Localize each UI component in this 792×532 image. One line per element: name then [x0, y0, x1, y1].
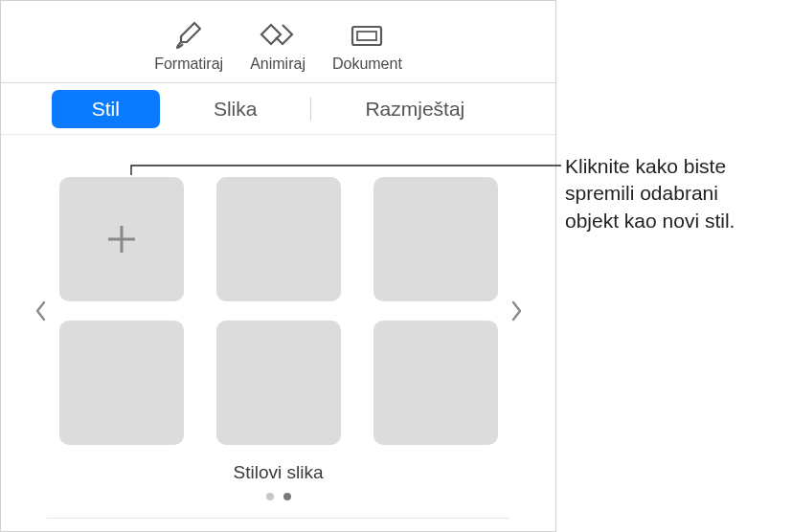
format-label: Formatiraj: [154, 55, 223, 73]
paintbrush-icon: [169, 18, 209, 53]
styles-grid: [59, 177, 498, 445]
tab-image[interactable]: Slika: [173, 90, 298, 128]
document-icon: [347, 18, 387, 53]
styles-grid-wrapper: [12, 177, 544, 445]
tab-bar: Stil Slika Razmještaj: [1, 83, 555, 135]
styles-caption: Stilovi slika: [12, 462, 544, 483]
plus-icon: [102, 220, 141, 258]
document-toolbar-button[interactable]: Dokument: [332, 18, 402, 73]
format-toolbar-button[interactable]: Formatiraj: [154, 18, 223, 73]
style-tile[interactable]: [373, 177, 498, 301]
document-label: Dokument: [332, 55, 402, 73]
style-tile[interactable]: [216, 177, 341, 301]
style-tile[interactable]: [59, 321, 184, 445]
styles-area: Stilovi slika: [1, 135, 555, 530]
style-tile[interactable]: [373, 321, 498, 445]
page-dot[interactable]: [266, 493, 274, 500]
tab-divider: [310, 98, 311, 121]
callout-text: Kliknite kako biste spremili odabrani ob…: [565, 153, 776, 234]
svg-rect-1: [357, 32, 376, 40]
divider: [47, 518, 509, 519]
tab-style[interactable]: Stil: [52, 90, 160, 128]
add-style-tile[interactable]: [59, 177, 184, 301]
animate-label: Animiraj: [250, 55, 305, 73]
styles-prev-arrow[interactable]: [29, 282, 54, 340]
page-dot-active[interactable]: [283, 493, 291, 500]
toolbar: Formatiraj Animiraj Dokument: [1, 1, 555, 83]
animate-toolbar-button[interactable]: Animiraj: [250, 18, 305, 73]
tab-layout[interactable]: Razmještaj: [325, 90, 505, 128]
style-tile[interactable]: [216, 321, 341, 445]
diamond-icon: [258, 18, 298, 53]
styles-next-arrow[interactable]: [504, 282, 529, 340]
inspector-panel: Formatiraj Animiraj Dokument Stil Slika: [0, 0, 556, 532]
page-dots: [12, 493, 544, 500]
